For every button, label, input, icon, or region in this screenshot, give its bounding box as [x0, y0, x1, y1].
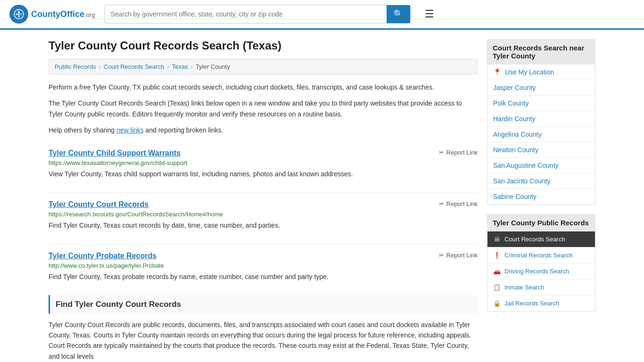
logo-icon: [9, 5, 28, 24]
record-url-1: https://research.txcourts.gov/CourtRecor…: [49, 211, 478, 218]
breadcrumb-texas[interactable]: Texas: [172, 63, 188, 70]
record-entry-2: Tyler County Probate Records ✂ Report Li…: [49, 244, 478, 282]
page-title: Tyler County Court Records Search (Texas…: [49, 39, 478, 52]
scissors-icon-0: ✂: [439, 149, 444, 156]
pub-link-inmate-search[interactable]: 📋 Inmate Search: [487, 280, 595, 296]
public-records-section: Tyler County Public Records 🏛 Court Reco…: [487, 214, 595, 312]
sidebar: Court Records Search near Tyler County 📍…: [487, 39, 595, 362]
driving-icon: 🚗: [493, 268, 501, 275]
location-icon: 📍: [493, 68, 501, 76]
public-records-links: 🏛 Court Records Search ❗ Criminal Record…: [487, 231, 595, 312]
nearby-section: Court Records Search near Tyler County 📍…: [487, 39, 595, 205]
breadcrumb-court-records[interactable]: Court Records Search: [104, 63, 165, 70]
court-icon: 🏛: [493, 236, 501, 243]
section-heading: Find Tyler County Court Records: [49, 295, 478, 314]
nearby-polk-county[interactable]: Polk County: [487, 96, 595, 111]
record-title-0[interactable]: Tyler County Child Support Warrants: [49, 149, 181, 157]
nearby-san-augustine-county[interactable]: San Augustine County: [487, 158, 595, 173]
search-bar: 🔍: [104, 5, 411, 24]
section-text: Tyler County Court Records are public re…: [49, 320, 478, 362]
record-title-2[interactable]: Tyler County Probate Records: [49, 252, 157, 260]
report-link-btn-1[interactable]: ✂ Report Link: [439, 200, 478, 207]
search-button[interactable]: 🔍: [387, 5, 410, 23]
inmate-icon: 📋: [493, 284, 501, 291]
breadcrumb: Public Records › Court Records Search › …: [49, 59, 478, 74]
record-url-0: https://www.texasattorneygeneral.gov/chi…: [49, 159, 478, 166]
record-desc-1: Find Tyler County, Texas court records b…: [49, 221, 478, 230]
record-desc-2: Find Tyler County, Texas probate records…: [49, 272, 478, 282]
use-my-location[interactable]: 📍 Use My Location: [487, 65, 595, 80]
page-container: Tyler County Court Records Search (Texas…: [39, 30, 605, 362]
pub-link-driving-records[interactable]: 🚗 Driving Records Search: [487, 263, 595, 280]
nearby-jasper-county[interactable]: Jasper County: [487, 80, 595, 96]
pub-link-jail-records[interactable]: 🔒 Jail Records Search: [487, 296, 595, 311]
nearby-angelina-county[interactable]: Angelina County: [487, 127, 595, 142]
intro-paragraph-2: The Tyler County Court Records Search (T…: [49, 98, 478, 119]
pub-link-court-records[interactable]: 🏛 Court Records Search: [487, 231, 595, 247]
report-link-btn-0[interactable]: ✂ Report Link: [439, 149, 478, 156]
breadcrumb-public-records[interactable]: Public Records: [55, 63, 96, 70]
jail-icon: 🔒: [493, 300, 501, 307]
nearby-newton-county[interactable]: Newton County: [487, 142, 595, 158]
intro-paragraph-3: Help others by sharing new links and rep…: [49, 125, 478, 135]
record-title-1[interactable]: Tyler County Court Records: [49, 200, 149, 209]
record-entry-0: Tyler County Child Support Warrants ✂ Re…: [49, 141, 478, 179]
logo[interactable]: CountyOffice.org: [9, 5, 95, 24]
nearby-hardin-county[interactable]: Hardin County: [487, 111, 595, 127]
breadcrumb-tyler-county: Tyler County: [196, 63, 230, 70]
menu-button[interactable]: ☰: [425, 8, 434, 20]
record-url-2: http://www.co.tyler.tx.us/page/tyler.Pro…: [49, 262, 478, 269]
nearby-san-jacinto-county[interactable]: San Jacinto County: [487, 173, 595, 189]
record-desc-0: View Tyler County, Texas child support w…: [49, 169, 478, 179]
nearby-links: 📍 Use My Location Jasper County Polk Cou…: [487, 65, 595, 205]
nearby-sabine-county[interactable]: Sabine County: [487, 189, 595, 204]
intro-paragraph-1: Perform a free Tyler County, TX public c…: [49, 82, 478, 92]
scissors-icon-2: ✂: [439, 252, 444, 259]
report-link-btn-2[interactable]: ✂ Report Link: [439, 252, 478, 259]
criminal-icon: ❗: [493, 252, 501, 259]
header: CountyOffice.org 🔍 ☰: [0, 0, 644, 30]
search-input[interactable]: [105, 7, 387, 22]
pub-link-criminal-records[interactable]: ❗ Criminal Records Search: [487, 247, 595, 263]
main-content: Tyler County Court Records Search (Texas…: [49, 39, 478, 362]
scissors-icon-1: ✂: [439, 200, 444, 207]
public-records-title: Tyler County Public Records: [487, 214, 595, 231]
nearby-title: Court Records Search near Tyler County: [487, 39, 595, 65]
record-entry-1: Tyler County Court Records ✂ Report Link…: [49, 192, 478, 230]
new-links-link[interactable]: new links: [116, 126, 144, 134]
logo-text: CountyOffice.org: [31, 9, 95, 19]
